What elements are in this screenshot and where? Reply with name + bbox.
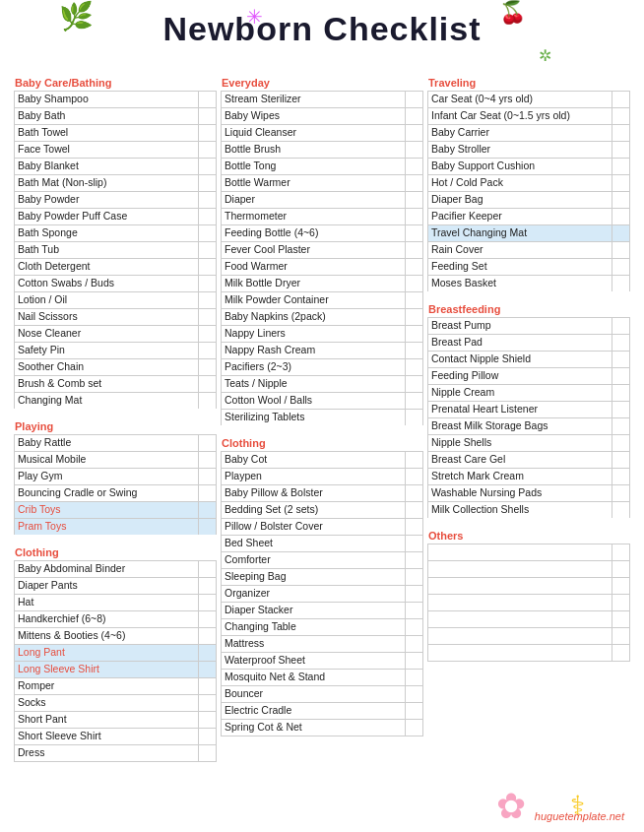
item-checkbox[interactable] (198, 276, 216, 291)
item-checkbox[interactable] (198, 309, 216, 325)
item-checkbox[interactable] (405, 192, 422, 208)
item-checkbox[interactable] (405, 536, 422, 551)
item-checkbox[interactable] (405, 309, 422, 325)
item-checkbox[interactable] (405, 159, 422, 174)
item-checkbox[interactable] (198, 628, 216, 644)
item-checkbox[interactable] (612, 242, 629, 258)
item-checkbox[interactable] (405, 452, 422, 468)
item-checkbox[interactable] (198, 175, 216, 191)
item-checkbox[interactable] (612, 611, 629, 627)
item-checkbox[interactable] (612, 159, 629, 174)
item-checkbox[interactable] (198, 561, 216, 577)
item-checkbox[interactable] (198, 595, 216, 610)
item-checkbox[interactable] (198, 225, 216, 241)
item-checkbox[interactable] (405, 108, 422, 124)
item-checkbox[interactable] (612, 561, 629, 577)
item-checkbox[interactable] (405, 326, 422, 342)
item-checkbox[interactable] (198, 292, 216, 308)
item-checkbox[interactable] (198, 695, 216, 711)
item-checkbox[interactable] (612, 142, 629, 158)
item-checkbox[interactable] (405, 720, 422, 736)
item-checkbox[interactable] (612, 645, 629, 661)
item-checkbox[interactable] (405, 469, 422, 484)
item-checkbox[interactable] (612, 225, 629, 241)
item-checkbox[interactable] (405, 603, 422, 618)
item-checkbox[interactable] (198, 645, 216, 661)
item-checkbox[interactable] (612, 192, 629, 208)
item-checkbox[interactable] (405, 410, 422, 425)
item-checkbox[interactable] (198, 92, 216, 107)
item-checkbox[interactable] (198, 192, 216, 208)
item-checkbox[interactable] (198, 469, 216, 484)
item-checkbox[interactable] (405, 359, 422, 375)
item-checkbox[interactable] (405, 259, 422, 275)
item-checkbox[interactable] (198, 611, 216, 627)
item-checkbox[interactable] (198, 678, 216, 694)
item-checkbox[interactable] (405, 502, 422, 518)
item-checkbox[interactable] (612, 402, 629, 417)
item-checkbox[interactable] (405, 552, 422, 568)
item-checkbox[interactable] (198, 435, 216, 451)
item-checkbox[interactable] (198, 209, 216, 224)
item-checkbox[interactable] (405, 276, 422, 291)
item-checkbox[interactable] (405, 225, 422, 241)
item-checkbox[interactable] (612, 276, 629, 291)
item-checkbox[interactable] (405, 376, 422, 392)
item-checkbox[interactable] (198, 259, 216, 275)
item-checkbox[interactable] (198, 745, 216, 761)
item-checkbox[interactable] (612, 418, 629, 434)
item-checkbox[interactable] (612, 209, 629, 224)
item-checkbox[interactable] (405, 703, 422, 719)
item-checkbox[interactable] (612, 435, 629, 451)
item-checkbox[interactable] (405, 653, 422, 669)
item-checkbox[interactable] (612, 335, 629, 351)
item-checkbox[interactable] (405, 125, 422, 141)
item-checkbox[interactable] (198, 502, 216, 518)
item-checkbox[interactable] (198, 452, 216, 468)
item-checkbox[interactable] (405, 343, 422, 358)
item-checkbox[interactable] (198, 108, 216, 124)
item-checkbox[interactable] (198, 485, 216, 501)
item-checkbox[interactable] (405, 686, 422, 702)
item-checkbox[interactable] (405, 569, 422, 585)
item-checkbox[interactable] (198, 662, 216, 677)
item-checkbox[interactable] (405, 636, 422, 652)
item-checkbox[interactable] (612, 628, 629, 644)
item-checkbox[interactable] (198, 393, 216, 409)
item-checkbox[interactable] (198, 729, 216, 744)
item-checkbox[interactable] (198, 159, 216, 174)
item-checkbox[interactable] (405, 586, 422, 602)
item-checkbox[interactable] (612, 502, 629, 518)
item-checkbox[interactable] (405, 209, 422, 224)
item-checkbox[interactable] (612, 175, 629, 191)
item-checkbox[interactable] (612, 385, 629, 401)
item-checkbox[interactable] (612, 469, 629, 484)
item-checkbox[interactable] (198, 343, 216, 358)
item-checkbox[interactable] (405, 619, 422, 635)
item-checkbox[interactable] (612, 544, 629, 560)
item-checkbox[interactable] (405, 485, 422, 501)
item-checkbox[interactable] (612, 485, 629, 501)
item-checkbox[interactable] (612, 352, 629, 367)
item-checkbox[interactable] (198, 712, 216, 728)
item-checkbox[interactable] (405, 92, 422, 107)
item-checkbox[interactable] (612, 452, 629, 468)
item-checkbox[interactable] (405, 393, 422, 409)
item-checkbox[interactable] (405, 670, 422, 685)
item-checkbox[interactable] (198, 242, 216, 258)
item-checkbox[interactable] (405, 242, 422, 258)
item-checkbox[interactable] (198, 326, 216, 342)
item-checkbox[interactable] (612, 259, 629, 275)
item-checkbox[interactable] (612, 368, 629, 384)
item-checkbox[interactable] (612, 125, 629, 141)
item-checkbox[interactable] (198, 142, 216, 158)
item-checkbox[interactable] (198, 578, 216, 594)
item-checkbox[interactable] (405, 142, 422, 158)
item-checkbox[interactable] (612, 92, 629, 107)
item-checkbox[interactable] (405, 519, 422, 535)
item-checkbox[interactable] (405, 292, 422, 308)
item-checkbox[interactable] (612, 578, 629, 594)
item-checkbox[interactable] (612, 318, 629, 334)
item-checkbox[interactable] (612, 108, 629, 124)
item-checkbox[interactable] (405, 175, 422, 191)
